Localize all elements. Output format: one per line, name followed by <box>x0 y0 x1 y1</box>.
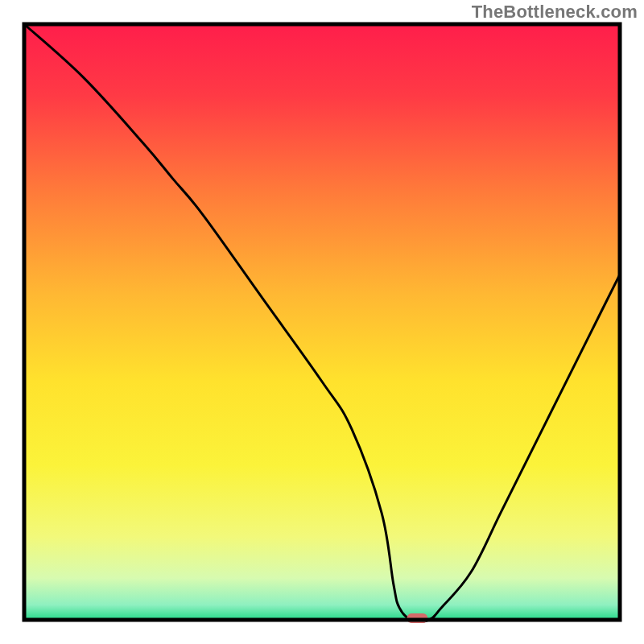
chart-container: TheBottleneck.com <box>0 0 644 644</box>
watermark-text: TheBottleneck.com <box>472 2 638 23</box>
plot-background <box>24 24 620 620</box>
bottleneck-chart <box>0 0 644 644</box>
